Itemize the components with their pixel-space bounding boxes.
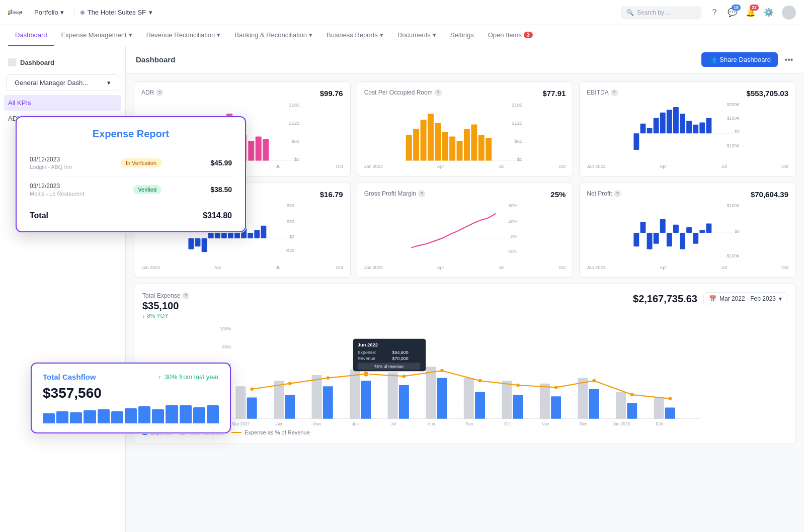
cf-bar-1	[43, 413, 55, 423]
nav-tab-banking[interactable]: Banking & Reconciliation ▾	[227, 25, 319, 46]
expense-row-2-date: 03/12/2023	[30, 183, 84, 190]
nav-tab-documents[interactable]: Documents ▾	[390, 25, 443, 46]
svg-rect-84	[647, 233, 653, 249]
svg-rect-128	[654, 397, 664, 418]
hotel-selector[interactable]: The Hotel Suites SF ▾	[81, 9, 152, 16]
gpm-card: Gross Profit Margin ? 25% 80% 40% 0% -40…	[357, 183, 574, 278]
help-icon[interactable]: ?	[709, 8, 719, 18]
more-options-icon[interactable]: •••	[784, 55, 794, 65]
gpm-axis: Jan 2023 Apr Jul Oct	[364, 265, 566, 270]
user-avatar[interactable]	[782, 6, 796, 20]
svg-text:$60: $60	[287, 203, 294, 208]
svg-rect-38	[486, 138, 492, 161]
nav-tab-settings[interactable]: Settings	[443, 25, 481, 46]
calendar-icon: 📅	[709, 295, 716, 302]
expense-row-1: 03/12/2023 Lodgin - ABQ Inn In Verfcatio…	[30, 150, 232, 176]
cf-bar-4	[84, 410, 96, 423]
nav-tab-expense[interactable]: Expense Management ▾	[54, 25, 139, 46]
expense-info-icon[interactable]: ?	[182, 292, 189, 299]
svg-rect-92	[700, 230, 705, 233]
svg-rect-124	[578, 378, 588, 419]
share-dashboard-button[interactable]: 👥 Share Dashboard	[701, 52, 778, 67]
svg-rect-109	[285, 395, 295, 419]
nav-tab-dashboard[interactable]: Dashboard	[8, 25, 54, 46]
cost-per-room-card: Cost Per Occupied Room ? $77.91 $180 $12…	[357, 81, 574, 176]
portfolio-dropdown[interactable]: Portfolio ▾	[30, 7, 68, 18]
svg-point-137	[516, 384, 520, 387]
gpm-label: Gross Profit Margin ?	[364, 190, 425, 197]
cost-value: $77.91	[542, 89, 566, 98]
cf-bar-10	[166, 405, 178, 423]
svg-rect-30	[428, 114, 434, 161]
svg-text:$60: $60	[514, 138, 522, 144]
svg-rect-117	[437, 378, 447, 419]
svg-text:78% of revenue: 78% of revenue	[374, 364, 404, 369]
svg-rect-87	[667, 233, 672, 246]
expense-yoy-badge: ↓ 8% YOY	[142, 313, 189, 319]
search-box[interactable]: 🔍 Search by ...	[621, 7, 701, 19]
svg-text:$120: $120	[289, 120, 299, 126]
settings-icon[interactable]: ⚙️	[764, 8, 774, 18]
cost-info-icon[interactable]: ?	[435, 89, 442, 96]
svg-point-139	[592, 379, 596, 383]
svg-rect-118	[464, 378, 474, 419]
net-profit-value: $70,604.39	[751, 190, 788, 199]
svg-point-132	[326, 376, 330, 380]
search-icon: 🔍	[626, 9, 634, 16]
gpm-info-icon[interactable]: ?	[418, 190, 425, 197]
alerts-badge: 22	[750, 5, 759, 11]
logo[interactable]: docyt	[8, 8, 22, 18]
total-expense-card: Total Expense ? $35,100 ↓ 8% YOY $2,167,…	[134, 284, 796, 444]
expense-chart-header: Total Expense ? $35,100 ↓ 8% YOY $2,167,…	[142, 292, 787, 319]
total-revenue-value: $2,167,735.63	[633, 293, 697, 305]
kpi-dropdown[interactable]: General Manager Dash... ▾	[6, 74, 119, 91]
svg-rect-33	[449, 137, 455, 161]
svg-text:$0: $0	[517, 156, 522, 162]
nav-tab-revenue[interactable]: Revenue Reconciliation ▾	[139, 25, 228, 46]
svg-point-136	[478, 379, 482, 383]
expense-total-label: Total	[30, 211, 48, 220]
svg-text:Jun 2022: Jun 2022	[358, 342, 378, 347]
svg-rect-125	[589, 389, 599, 419]
svg-text:$54,600: $54,600	[392, 350, 409, 355]
net-profit-info-icon[interactable]: ?	[614, 190, 621, 197]
nav-tab-openitems[interactable]: Open Items 3	[481, 25, 540, 46]
svg-rect-91	[693, 233, 699, 244]
sidebar-item-all-kpis[interactable]: All KPIs	[4, 95, 121, 111]
svg-rect-35	[464, 129, 470, 161]
notifications-icon[interactable]: 🔔 22	[746, 8, 756, 18]
content-header: Dashboard 👥 Share Dashboard •••	[126, 46, 804, 73]
messages-icon[interactable]: 💬 18	[728, 8, 738, 18]
svg-rect-93	[706, 223, 712, 233]
chevron-down-icon-reports: ▾	[380, 31, 383, 39]
svg-rect-86	[660, 219, 666, 233]
cashflow-title: Total Cashflow	[43, 373, 96, 381]
expense-row-1-info: 03/12/2023 Lodgin - ABQ Inn	[30, 156, 72, 170]
date-range-selector[interactable]: 📅 Mar 2022 - Feb 2023 ▾	[703, 292, 787, 305]
svg-text:docyt: docyt	[13, 11, 22, 15]
ebitda-info-icon[interactable]: ?	[611, 89, 618, 96]
svg-text:-$100K: -$100K	[726, 143, 740, 148]
header-actions: 👥 Share Dashboard •••	[701, 52, 794, 67]
chevron-down-icon-date: ▾	[779, 295, 782, 302]
nav-tab-reports[interactable]: Business Reports ▾	[319, 25, 390, 46]
adr-info-icon[interactable]: ?	[156, 89, 163, 96]
svg-rect-53	[693, 125, 699, 133]
chevron-down-icon-hotel: ▾	[149, 9, 152, 16]
pct-legend-line	[231, 432, 242, 433]
chevron-down-icon-docs: ▾	[433, 31, 436, 39]
nav-right-actions: 🔍 Search by ... ? 💬 18 🔔 22 ⚙️	[621, 6, 796, 20]
ebitda-label: EBITDA ?	[587, 89, 617, 96]
expense-row-1-desc: Lodgin - ABQ Inn	[30, 164, 72, 170]
expense-chart-title: Total Expense ?	[142, 292, 189, 299]
chevron-down-icon-revenue: ▾	[217, 31, 220, 39]
svg-text:Oct: Oct	[504, 421, 511, 425]
svg-text:Nov: Nov	[542, 421, 550, 425]
top-navigation: docyt Portfolio ▾ The Hotel Suites SF ▾ …	[0, 0, 804, 25]
svg-rect-21	[263, 139, 269, 160]
net-profit-label: Net Profit ?	[587, 190, 621, 197]
svg-text:$0: $0	[289, 234, 294, 239]
svg-rect-19	[248, 141, 254, 161]
cf-bar-11	[180, 405, 192, 423]
svg-text:Jul: Jul	[390, 421, 396, 425]
